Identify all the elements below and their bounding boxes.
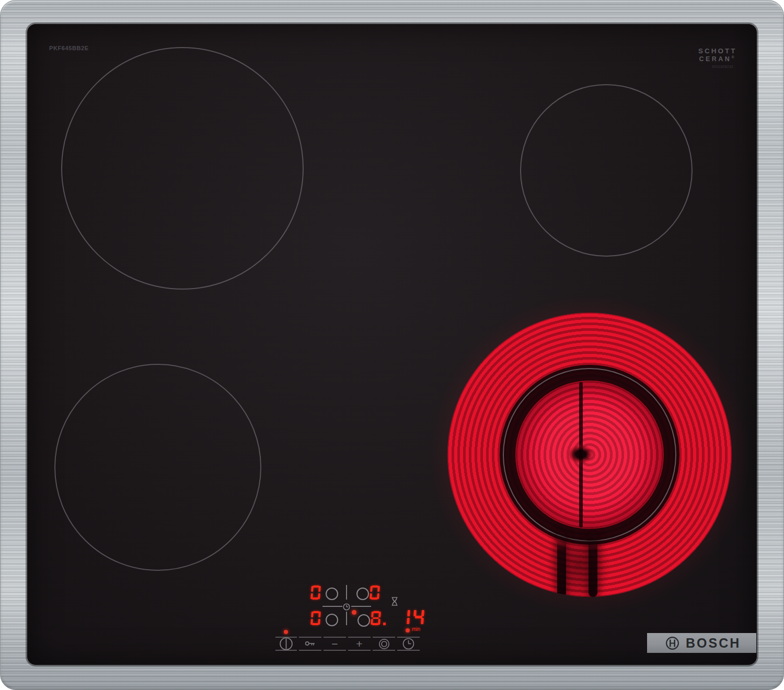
power-button[interactable] <box>275 637 297 651</box>
zone-select-back-left[interactable] <box>326 588 338 600</box>
power-indicator-led <box>284 630 288 634</box>
bosch-ceramic-hob: PKF645BB2E SCHOTT CERAN® 9001608232 <box>0 0 784 690</box>
schott-logo-line2: CERAN® <box>698 55 735 63</box>
cooking-zone-front-left <box>54 364 261 571</box>
display-divider-horizontal-left <box>322 606 342 607</box>
display-divider-horizontal-right <box>351 606 371 607</box>
bosch-anchor-icon <box>665 636 680 651</box>
minus-sign: − <box>331 638 338 649</box>
power-icon <box>279 637 293 651</box>
schott-logo-line1: SCHOTT <box>698 48 735 55</box>
ceramic-glass-surface: PKF645BB2E SCHOTT CERAN® 9001608232 <box>27 24 757 665</box>
dual-zone-button[interactable] <box>373 637 395 651</box>
zone-select-front-right[interactable] <box>358 614 370 627</box>
bosch-wordmark: BOSCH <box>686 637 741 650</box>
clock-icon <box>402 637 415 650</box>
cooking-zone-back-left <box>61 47 304 290</box>
timer-button[interactable] <box>397 637 420 651</box>
child-lock-button[interactable] <box>299 637 321 651</box>
zone-level-display-front-right <box>371 611 386 625</box>
model-number-label: PKF645BB2E <box>49 45 89 51</box>
registered-mark: ® <box>731 55 734 59</box>
key-icon <box>305 640 316 647</box>
element-center-mount <box>569 445 593 463</box>
display-divider-vertical-bottom <box>346 612 347 625</box>
element-connector-slot <box>589 532 597 597</box>
schott-ceran-logo: SCHOTT CERAN® 9001608232 <box>698 48 735 69</box>
hourglass-icon <box>391 597 398 606</box>
zone-level-display-front-left <box>311 611 320 625</box>
glass-serial-number: 9001608232 <box>698 65 735 69</box>
zone-level-display-back-right <box>370 585 379 600</box>
bosch-brand-badge: BOSCH <box>647 633 756 653</box>
connector-shadow <box>547 525 610 597</box>
zone-select-front-left[interactable] <box>326 614 338 626</box>
plus-sign: + <box>356 638 362 649</box>
decrease-button[interactable]: − <box>324 637 346 651</box>
dual-zone-icon <box>378 638 390 650</box>
clock-icon <box>343 603 350 611</box>
cooking-zone-back-right <box>520 84 693 257</box>
timer-indicator-led <box>406 628 410 632</box>
active-zone-indicator-led <box>352 610 356 615</box>
timer-unit-label: min <box>412 626 420 632</box>
increase-button[interactable]: + <box>348 637 371 651</box>
display-divider-vertical-top <box>346 585 347 600</box>
zone-select-back-right[interactable] <box>356 588 369 600</box>
timer-display <box>399 609 424 625</box>
cooking-zone-front-right-active <box>447 313 732 597</box>
zone-level-display-back-left <box>311 585 320 600</box>
element-connector-slot <box>557 532 566 597</box>
